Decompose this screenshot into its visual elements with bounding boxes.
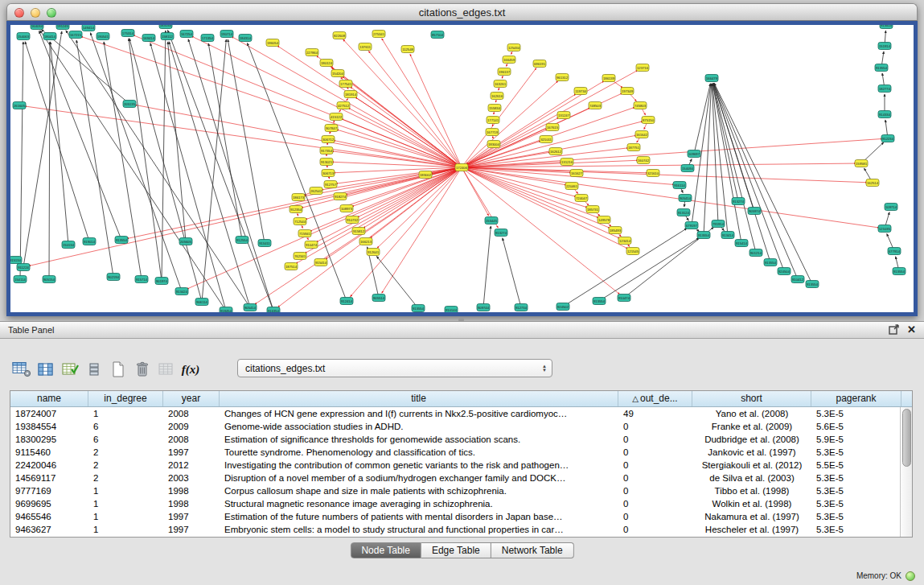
column-header-year[interactable]: year	[163, 391, 220, 406]
table-row[interactable]: 2242004622012Investigating the contribut…	[10, 459, 900, 472]
graph-node[interactable]: 905974	[748, 208, 761, 215]
graph-node[interactable]: 154114	[14, 276, 27, 283]
graph-node[interactable]: 913274	[495, 229, 507, 237]
column-header-out_de[interactable]: △out_de...	[618, 391, 692, 406]
graph-node[interactable]: 160742	[637, 157, 650, 164]
graph-edge[interactable]	[694, 84, 710, 154]
graph-node[interactable]: 748503	[589, 102, 602, 109]
graph-node[interactable]: 108973	[340, 205, 353, 212]
graph-node[interactable]: 306712	[322, 136, 335, 143]
graph-node[interactable]: 913554	[806, 281, 819, 288]
column-header-pagerank[interactable]: pagerank	[811, 391, 901, 406]
graph-node[interactable]: 162514	[866, 179, 879, 187]
graph-node[interactable]: 905154	[43, 276, 55, 283]
graph-node[interactable]: 918454	[220, 307, 232, 313]
graph-node[interactable]: 912354	[290, 206, 302, 213]
graph-node[interactable]: 191245	[56, 25, 69, 30]
graph-node[interactable]: 914334	[878, 111, 891, 118]
graph-node[interactable]: 154204	[331, 70, 344, 77]
graph-node[interactable]: 913554	[593, 298, 606, 305]
graph-node[interactable]: 712544	[294, 218, 306, 225]
graph-node[interactable]: 427512	[337, 102, 350, 109]
graph-edge[interactable]	[25, 42, 89, 241]
graph-node[interactable]: 762341	[294, 253, 306, 260]
graph-edge[interactable]	[255, 167, 462, 304]
graph-edge[interactable]	[351, 167, 462, 297]
network-selector[interactable]: citations_edges.txt ▲▼	[237, 359, 552, 377]
graph-node[interactable]: 125434	[507, 44, 520, 51]
table-edit-icon[interactable]	[58, 358, 82, 381]
graph-node[interactable]: 913554	[412, 305, 425, 312]
graph-edge[interactable]	[133, 35, 462, 167]
graph-node[interactable]: 915812	[352, 228, 365, 235]
graph-edge[interactable]	[713, 84, 741, 243]
table-row[interactable]: 911546021997Tourette syndrome. Phenomeno…	[10, 446, 900, 459]
graph-node[interactable]: 696191	[533, 60, 546, 68]
graph-node[interactable]: 183004	[487, 141, 500, 148]
graph-node[interactable]: 916114	[673, 182, 686, 189]
graph-node[interactable]: 915414	[735, 240, 748, 247]
graph-node[interactable]: 167254	[180, 31, 193, 38]
graph-node[interactable]: 181914	[344, 91, 357, 98]
graph-node[interactable]: 149414	[82, 25, 95, 31]
graph-node[interactable]: 745803	[634, 102, 647, 109]
graph-edge[interactable]	[714, 83, 812, 284]
graph-node[interactable]: 913274	[732, 198, 745, 205]
graph-node[interactable]: 196137	[498, 68, 511, 76]
graph-node[interactable]: 131216	[561, 159, 573, 166]
graph-edge[interactable]	[316, 167, 462, 242]
graph-edge[interactable]	[343, 76, 462, 167]
graph-node[interactable]: 912641	[367, 249, 380, 256]
rows-icon[interactable]	[82, 358, 106, 381]
graph-edge[interactable]	[713, 84, 738, 201]
graph-edge[interactable]	[368, 51, 462, 167]
graph-node[interactable]: 167615	[546, 124, 559, 131]
close-window-button[interactable]	[14, 8, 24, 18]
graph-node[interactable]: 910412	[791, 276, 804, 283]
graph-node[interactable]: 185731	[586, 206, 599, 213]
graph-node[interactable]: 227864	[306, 49, 318, 56]
graph-node[interactable]: 175314	[121, 30, 134, 37]
graph-node[interactable]: 916354	[267, 307, 280, 313]
close-panel-icon[interactable]: ✕	[907, 324, 916, 335]
graph-edge[interactable]	[23, 31, 62, 267]
delete-icon[interactable]	[130, 358, 154, 381]
column-header-in_degree[interactable]: in_degree	[88, 391, 163, 406]
table-row[interactable]: 1938455462009Genome-wide association stu…	[10, 420, 900, 433]
graph-edge[interactable]	[208, 43, 242, 240]
graph-node[interactable]: 901214	[749, 249, 762, 257]
graph-node[interactable]: 913414	[721, 232, 734, 239]
graph-node[interactable]: 919014	[83, 238, 96, 245]
graph-node[interactable]: 261605	[13, 102, 26, 109]
tab-node-table[interactable]: Node Table	[350, 542, 421, 558]
graph-node[interactable]: 915714	[135, 276, 148, 283]
graph-edge[interactable]	[462, 138, 882, 167]
graph-node[interactable]: 905514	[372, 295, 385, 302]
graph-edge[interactable]	[20, 42, 23, 279]
graph-node[interactable]: 791914	[712, 220, 725, 228]
graph-node[interactable]: 906114	[195, 299, 208, 306]
graph-edge[interactable]	[462, 167, 620, 238]
graph-node[interactable]: 177541	[339, 80, 352, 88]
graph-edge[interactable]	[462, 167, 879, 228]
graph-edge[interactable]	[462, 167, 620, 295]
graph-edge[interactable]	[305, 167, 462, 253]
graph-node[interactable]: 197349	[621, 88, 634, 95]
graph-edge[interactable]	[202, 39, 226, 302]
graph-node[interactable]: 162612	[549, 148, 562, 155]
minimize-window-button[interactable]	[31, 8, 40, 18]
float-panel-icon[interactable]	[889, 324, 899, 335]
vertical-scrollbar[interactable]	[900, 407, 912, 537]
graph-node[interactable]: 180124	[320, 60, 333, 67]
graph-node[interactable]: 121545	[626, 248, 639, 255]
graph-node[interactable]: 153445	[485, 217, 498, 225]
graph-node[interactable]: 158112	[161, 33, 174, 40]
graph-edge[interactable]	[228, 39, 265, 243]
graph-node[interactable]: 180414	[43, 33, 56, 40]
table-columns-icon[interactable]	[34, 358, 58, 381]
table-row[interactable]: 946362711997Embryonic stem cells: a mode…	[10, 523, 900, 536]
graph-edge[interactable]	[348, 108, 462, 167]
graph-edge[interactable]	[129, 39, 162, 281]
graph-node[interactable]: 415122	[330, 113, 343, 121]
graph-node[interactable]: 822608	[333, 32, 346, 39]
